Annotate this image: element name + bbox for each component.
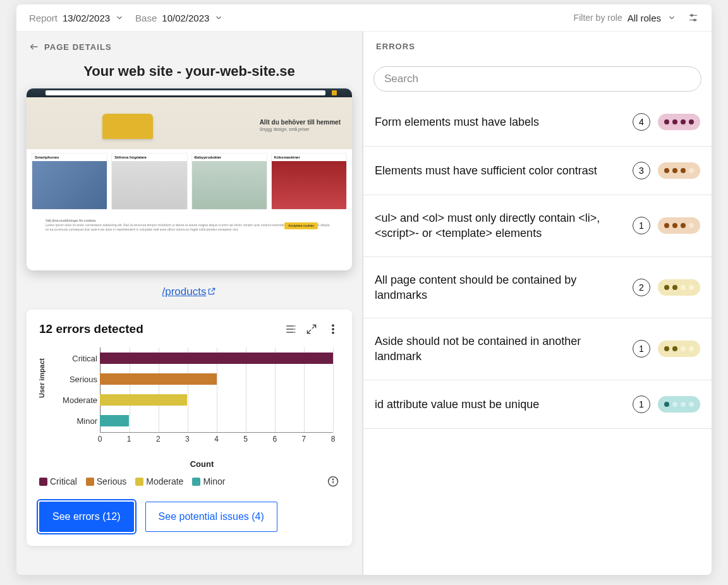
base-date-select[interactable]: Base 10/02/2023 [135, 13, 223, 23]
chevron-down-icon [214, 13, 223, 22]
severity-indicator [658, 162, 700, 179]
settings-icon[interactable] [688, 12, 699, 23]
severity-indicator [658, 396, 700, 413]
chart-y-axis-label: User impact [38, 358, 46, 398]
svg-point-15 [332, 332, 334, 334]
legend-item: Critical [39, 476, 77, 486]
chart-bar [100, 373, 217, 385]
chart-category-label: Critical [53, 354, 97, 363]
legend-item: Moderate [135, 476, 183, 486]
errors-card-title: 12 errors detected [39, 322, 275, 336]
error-row[interactable]: All page content should be contained by … [363, 257, 712, 319]
chart-category-label: Minor [53, 416, 97, 426]
svg-point-13 [332, 325, 334, 327]
chart-x-axis-label: Count [64, 459, 339, 469]
legend-item: Minor [192, 476, 225, 486]
error-count-badge: 1 [633, 217, 650, 234]
external-link-icon [207, 287, 216, 296]
errors-summary-card: 12 errors detected User impact [27, 310, 352, 546]
error-row[interactable]: id attribute value must be unique1 [363, 380, 712, 429]
info-icon[interactable] [327, 475, 339, 488]
error-title: Form elements must have labels [375, 114, 625, 130]
error-row[interactable]: <ul> and <ol> must only directly contain… [363, 195, 712, 257]
error-row[interactable]: Form elements must have labels4 [363, 98, 712, 147]
svg-point-18 [332, 479, 333, 479]
chart-bar [100, 394, 187, 406]
chart-legend: CriticalSeriousModerateMinor [39, 475, 339, 488]
report-value: 13/02/2023 [63, 13, 110, 23]
page-url-link[interactable]: /products [162, 286, 217, 298]
error-row[interactable]: Elements must have sufficient color cont… [363, 147, 712, 195]
error-count-badge: 1 [633, 340, 650, 358]
error-row[interactable]: Aside should not be contained in another… [363, 318, 712, 380]
page-title: Your web site - your-web-site.se [27, 63, 352, 80]
error-title: Aside should not be contained in another… [375, 334, 625, 365]
base-label: Base [135, 13, 157, 23]
page-details-title: PAGE DETAILS [44, 42, 112, 52]
error-count-badge: 3 [633, 162, 650, 179]
chart-bar [100, 415, 129, 426]
severity-indicator [658, 279, 700, 296]
see-potential-issues-button[interactable]: See potential issues (4) [145, 502, 277, 532]
svg-line-12 [307, 330, 311, 334]
svg-point-14 [332, 329, 334, 330]
report-label: Report [29, 13, 58, 23]
page-details-header: PAGE DETAILS [16, 32, 362, 58]
chart-bar [100, 353, 333, 364]
severity-indicator [658, 114, 700, 130]
chevron-down-icon [115, 13, 124, 22]
error-title: id attribute value must be unique [375, 397, 625, 412]
chart-category-label: Moderate [53, 395, 97, 405]
svg-line-11 [312, 325, 316, 329]
back-arrow-icon[interactable] [29, 42, 39, 52]
search-input[interactable] [373, 66, 701, 92]
error-title: <ul> and <ol> must only directly contain… [375, 210, 625, 241]
page-screenshot[interactable]: Allt du behöver till hemmet Snygg design… [27, 88, 352, 270]
errors-header: ERRORS [363, 32, 712, 57]
error-title: All page content should be contained by … [375, 272, 625, 303]
error-title: Elements must have sufficient color cont… [375, 163, 625, 178]
more-icon[interactable] [327, 323, 339, 335]
chevron-down-icon [667, 13, 676, 22]
list-view-icon[interactable] [284, 323, 296, 335]
role-select[interactable]: All roles [628, 13, 676, 23]
severity-indicator [658, 217, 700, 234]
filter-role-label: Filter by role [574, 13, 622, 23]
report-date-select[interactable]: Report 13/02/2023 [29, 13, 124, 23]
filter-bar: Report 13/02/2023 Base 10/02/2023 Filter… [16, 4, 712, 32]
see-errors-button[interactable]: See errors (12) [39, 502, 134, 532]
error-count-badge: 4 [633, 113, 650, 131]
legend-item: Serious [86, 476, 126, 486]
role-value: All roles [628, 13, 661, 23]
errors-title: ERRORS [376, 42, 415, 51]
error-count-badge: 2 [633, 279, 650, 296]
severity-indicator [658, 341, 700, 357]
error-count-badge: 1 [633, 395, 650, 413]
expand-icon[interactable] [305, 323, 318, 335]
impact-chart: User impact CriticalSeriousModerateMinor… [39, 345, 339, 455]
base-value: 10/02/2023 [162, 13, 209, 23]
chart-category-label: Serious [53, 375, 97, 384]
